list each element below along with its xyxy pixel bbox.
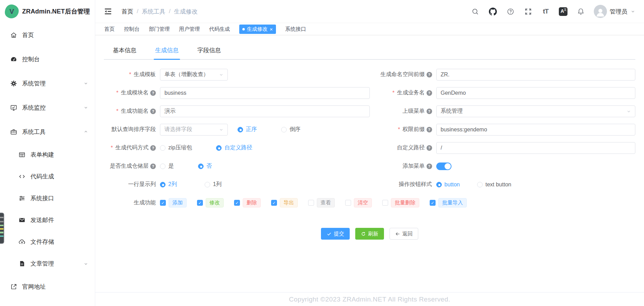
fullscreen-icon[interactable] — [524, 7, 533, 16]
sidebar-item-system-api[interactable]: 系统接口 — [0, 187, 95, 209]
help-icon[interactable] — [427, 127, 432, 132]
sidebar-item-console[interactable]: 控制台 — [0, 47, 95, 71]
custom-path-input[interactable] — [436, 142, 636, 154]
sort-field-select[interactable]: 请选择字段 — [160, 124, 228, 136]
sidebar-item-send-mail[interactable]: 发送邮件 — [0, 209, 95, 231]
checkbox-feature-edit[interactable]: 修改 — [197, 198, 224, 207]
radio-icon — [436, 182, 442, 187]
code-icon — [18, 173, 26, 180]
tag-tab-dept[interactable]: 部门管理 — [149, 26, 170, 33]
sidebar-item-system-tools[interactable]: 系统工具 — [0, 120, 95, 144]
field-function-name: 生成功能名 — [104, 105, 370, 117]
subtab-field-info[interactable]: 字段信息 — [197, 46, 221, 54]
breadcrumb-home[interactable]: 首页 — [122, 8, 133, 16]
radio-custom-path[interactable]: 自定义路径 — [216, 144, 252, 151]
help-icon[interactable] — [150, 145, 156, 151]
gen-template-select[interactable]: 单表（增删改查） — [160, 69, 228, 81]
help-icon[interactable] — [427, 109, 432, 114]
sidebar-item-form-builder[interactable]: 表单构建 — [0, 144, 95, 166]
floating-widget[interactable] — [0, 213, 4, 244]
refresh-button[interactable]: 刷新 — [355, 228, 384, 240]
sidebar-item-code-gen[interactable]: 代码生成 — [0, 166, 95, 187]
field-label: 是否生成仓储层 — [104, 163, 156, 170]
font-size-icon[interactable]: tT — [541, 7, 550, 16]
radio-sort-asc[interactable]: 正序 — [238, 126, 257, 133]
sidebar-fold-icon[interactable] — [104, 7, 113, 16]
perm-prefix-input[interactable] — [436, 124, 636, 136]
radio-zip[interactable]: zip压缩包 — [160, 144, 192, 151]
help-icon[interactable] — [427, 145, 432, 151]
radio-one-column[interactable]: 1列 — [205, 181, 222, 188]
button-label: 提交 — [334, 231, 344, 237]
help-icon[interactable] — [150, 90, 156, 96]
radio-sort-desc[interactable]: 倒序 — [281, 126, 301, 133]
label-text: 生成业务名 — [397, 89, 425, 96]
radio-icon — [198, 164, 204, 169]
breadcrumb: 首页 / 系统工具 / 生成修改 — [122, 8, 197, 16]
radio-two-columns[interactable]: 2列 — [160, 181, 177, 188]
field-parent-menu: 上级菜单 系统管理 — [370, 105, 636, 117]
page-footer: Copyright ©2023 ZRAdmin.NET All Rights R… — [95, 292, 644, 306]
avatar — [594, 5, 607, 18]
module-name-input[interactable] — [160, 87, 370, 99]
radio-repo-no[interactable]: 否 — [198, 163, 212, 170]
field-label: 生成代码方式 — [104, 144, 156, 151]
radio-label: button — [445, 182, 460, 188]
sidebar-item-website[interactable]: 官网地址 — [0, 275, 95, 299]
form-row: 一行显示列 2列 1列 操作按钮样式 button text button — [104, 175, 635, 194]
business-name-input[interactable] — [436, 87, 636, 99]
help-icon[interactable] — [150, 109, 156, 114]
chevron-down-icon — [83, 81, 89, 86]
submit-button[interactable]: 提交 — [321, 228, 350, 240]
tag-tab-gen-edit-active[interactable]: 生成修改 × — [239, 25, 276, 34]
field-add-menu: 添加菜单 — [370, 163, 636, 170]
sidebar-item-system-monitor[interactable]: 系统监控 — [0, 95, 95, 120]
checkbox-feature-clear[interactable]: 清空 — [345, 198, 372, 207]
radio-btn-style-button[interactable]: button — [436, 182, 460, 188]
sidebar-item-home[interactable]: 首页 — [0, 23, 95, 47]
radio-icon — [238, 127, 243, 132]
checkbox-feature-add[interactable]: 添加 — [160, 198, 187, 207]
language-icon[interactable] — [559, 7, 567, 16]
add-menu-toggle[interactable] — [436, 163, 451, 170]
checkbox-feature-delete[interactable]: 删除 — [234, 198, 261, 207]
sidebar-item-system-admin[interactable]: 系统管理 — [0, 71, 95, 95]
search-icon[interactable] — [471, 7, 480, 16]
sidebar-item-article-admin[interactable]: 文章管理 — [0, 253, 95, 275]
radio-repo-yes[interactable]: 是 — [160, 163, 174, 170]
checkbox-feature-batch-import[interactable]: 批量导入 — [430, 198, 467, 207]
checkbox-feature-view[interactable]: 查看 — [308, 198, 335, 207]
github-icon[interactable] — [488, 7, 497, 16]
tag-tab-codegen[interactable]: 代码生成 — [209, 26, 230, 33]
help-icon[interactable] — [427, 164, 432, 169]
parent-menu-select[interactable]: 系统管理 — [436, 105, 636, 117]
tag-tab-home[interactable]: 首页 — [104, 26, 115, 33]
tag-tab-user[interactable]: 用户管理 — [179, 26, 200, 33]
bell-icon[interactable] — [576, 7, 585, 16]
feature-tag: 查看 — [317, 198, 335, 207]
namespace-prefix-input[interactable] — [436, 69, 636, 81]
tag-tab-api[interactable]: 系统接口 — [285, 26, 306, 33]
top-header: 首页 / 系统工具 / 生成修改 tT — [95, 0, 644, 23]
select-value: 单表（增删改查） — [164, 71, 218, 78]
help-icon[interactable] — [427, 72, 432, 77]
help-icon[interactable] — [427, 90, 432, 96]
sidebar-item-file-storage[interactable]: 文件存储 — [0, 231, 95, 253]
subtab-gen-info[interactable]: 生成信息 — [155, 46, 179, 54]
radio-btn-style-text[interactable]: text button — [477, 182, 511, 188]
logo-row[interactable]: V ZRAdmin.NET后台管理 — [0, 0, 95, 23]
checkbox-feature-batch-delete[interactable]: 批量删除 — [382, 198, 419, 207]
question-icon[interactable] — [506, 7, 515, 16]
form-row: 生成模板 单表（增删改查） 生成命名空间前缀 — [104, 65, 635, 84]
sidebar-menu: 首页 控制台 系统管理 系统监控 系统工具 — [0, 23, 95, 299]
help-icon[interactable] — [150, 164, 156, 169]
user-menu[interactable]: 管理员 — [594, 5, 636, 18]
label-text: 生成模块名 — [121, 89, 149, 96]
subtab-basic-info[interactable]: 基本信息 — [113, 46, 136, 54]
back-button[interactable]: 返回 — [390, 228, 418, 240]
function-name-input[interactable] — [160, 105, 370, 117]
tab-close-icon[interactable]: × — [270, 27, 273, 32]
tag-tab-console[interactable]: 控制台 — [124, 26, 140, 33]
breadcrumb-current: 生成修改 — [174, 8, 197, 16]
checkbox-feature-export[interactable]: 导出 — [271, 198, 298, 207]
